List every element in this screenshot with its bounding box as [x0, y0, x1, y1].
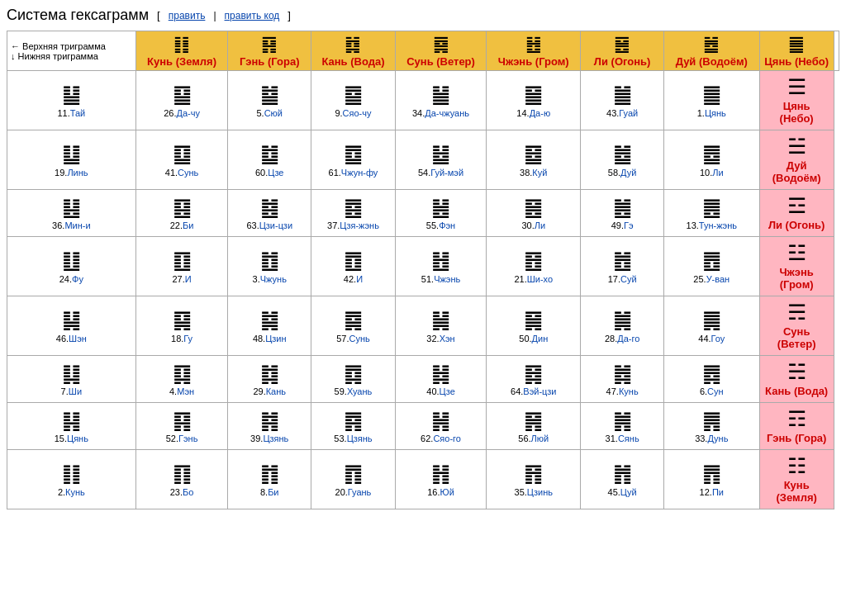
hex-num-r0-c2: 5.	[256, 108, 264, 118]
hex-name-link-r0-c0[interactable]: Тай	[70, 108, 86, 118]
hex-name-link-r7-c4[interactable]: Юй	[440, 487, 454, 497]
hex-symbol-r7-c4: ䷏	[397, 462, 484, 486]
hex-name-link-r3-c7[interactable]: У-ван	[706, 274, 730, 284]
hex-name-link-r3-c1[interactable]: И	[185, 274, 192, 284]
hex-num-r7-c0: 2.	[58, 487, 65, 497]
hex-name-link-r1-c3[interactable]: Чжун-фу	[341, 168, 378, 178]
hex-label-r4-c3: 57.Сунь	[313, 334, 393, 344]
hex-name-link-r6-c1[interactable]: Гэнь	[178, 434, 197, 443]
hex-name-link-r3-c2[interactable]: Чжунь	[260, 274, 287, 284]
hex-name-link-r0-c7[interactable]: Цянь	[705, 108, 726, 118]
hex-name-link-r1-c0[interactable]: Линь	[67, 168, 88, 178]
hex-label-r7-c4: 16.Юй	[397, 487, 484, 497]
hex-name-link-r1-c1[interactable]: Сунь	[178, 168, 198, 178]
hex-name-link-r5-c2[interactable]: Кань	[266, 386, 286, 396]
hex-name-link-r1-c5[interactable]: Куй	[532, 168, 547, 178]
hex-name-link-r5-c3[interactable]: Хуань	[347, 386, 372, 396]
hex-name-link-r0-c5[interactable]: Да-ю	[530, 108, 550, 118]
hex-label-r2-c0: 36.Мин-и	[9, 220, 134, 230]
right-trigram-label-2: ☲Ли (Огонь)	[759, 190, 834, 237]
cell-r6-c4: ䷽62.Сяо-го	[395, 403, 486, 450]
hex-label-r0-c2: 5.Сюй	[230, 108, 309, 118]
hex-name-link-r0-c1[interactable]: Да-чу	[176, 108, 199, 118]
hex-label-r4-c1: 18.Гу	[138, 334, 226, 344]
hex-name-link-r4-c7[interactable]: Гоу	[711, 334, 725, 344]
hex-name-link-r6-c0[interactable]: Цянь	[67, 434, 88, 443]
hex-label-r2-c4: 55.Фэн	[397, 220, 484, 230]
hex-name-link-r0-c4[interactable]: Да-чжуань	[425, 108, 469, 118]
hex-name-link-r5-c7[interactable]: Сун	[707, 386, 724, 396]
hex-name-link-r7-c5[interactable]: Цзинь	[527, 487, 553, 497]
hex-name-link-r2-c0[interactable]: Мин-и	[64, 220, 90, 230]
hex-name-link-r7-c7[interactable]: Пи	[712, 487, 724, 497]
hex-num-r2-c7: 13.	[687, 220, 699, 230]
hex-name-link-r2-c3[interactable]: Цзя-жэнь	[340, 220, 379, 230]
hex-label-r0-c7: 1.Цянь	[666, 108, 758, 118]
hex-name-link-r1-c2[interactable]: Цзе	[268, 168, 283, 178]
hex-name-link-r2-c1[interactable]: Би	[183, 220, 193, 230]
hex-name-link-r0-c3[interactable]: Сяо-чу	[343, 108, 372, 118]
hex-name-link-r4-c2[interactable]: Цзин	[265, 334, 286, 344]
hex-num-r5-c2: 29.	[253, 386, 265, 396]
edit-link-2[interactable]: править код	[225, 10, 280, 21]
hex-name-link-r4-c3[interactable]: Сунь	[349, 334, 369, 344]
hex-num-r1-c7: 10.	[700, 168, 712, 178]
hex-label-r5-c6: 47.Кунь	[582, 386, 662, 396]
hex-name-link-r5-c0[interactable]: Ши	[69, 386, 82, 396]
hex-symbol-r0-c4: ䷡	[397, 83, 484, 107]
cell-r0-c4: ䷡34.Да-чжуань	[395, 71, 486, 130]
hex-name-link-r3-c3[interactable]: И	[356, 274, 363, 284]
hex-name-link-r3-c0[interactable]: Фу	[72, 274, 83, 284]
hex-num-r4-c1: 18.	[171, 334, 183, 344]
hex-label-r3-c2: 3.Чжунь	[230, 274, 309, 284]
hex-name-link-r2-c6[interactable]: Гэ	[624, 220, 634, 230]
hex-name-link-r0-c6[interactable]: Гуай	[619, 108, 638, 118]
hex-num-r6-c3: 53.	[334, 434, 346, 443]
hex-name-link-r4-c1[interactable]: Гу	[183, 334, 192, 344]
hex-name-link-r7-c3[interactable]: Гуань	[348, 487, 372, 497]
hex-name-link-r4-c0[interactable]: Шэн	[69, 334, 87, 344]
hex-name-link-r3-c4[interactable]: Чжэнь	[434, 274, 460, 284]
hex-name-link-r1-c7[interactable]: Ли	[712, 168, 723, 178]
cell-r1-c7: ䷉10.Ли	[663, 130, 759, 190]
hex-name-link-r1-c4[interactable]: Гуй-мэй	[430, 168, 463, 178]
hex-name-link-r1-c6[interactable]: Дуй	[620, 168, 636, 178]
hex-symbol-r3-c7: ䷘	[666, 249, 758, 272]
hex-name-link-r6-c7[interactable]: Дунь	[707, 434, 728, 443]
hex-name-link-r7-c6[interactable]: Цуй	[620, 487, 637, 497]
hex-name-link-r7-c2[interactable]: Би	[268, 487, 278, 497]
edit-link-1[interactable]: править	[169, 10, 206, 21]
hex-name-link-r2-c4[interactable]: Фэн	[439, 220, 455, 230]
hex-name-link-r4-c5[interactable]: Дин	[532, 334, 549, 344]
col-header-symbol-7: ䷀	[762, 34, 832, 55]
hex-name-link-r5-c4[interactable]: Цзе	[440, 386, 455, 396]
hex-name-link-r2-c2[interactable]: Цзи-цзи	[259, 220, 292, 230]
hex-name-link-r5-c5[interactable]: Вэй-цзи	[523, 386, 556, 396]
cell-r3-c5: ䷔21.Ши-хо	[487, 237, 581, 296]
hex-num-r3-c7: 25.	[693, 274, 706, 284]
hex-name-link-r2-c5[interactable]: Ли	[535, 220, 545, 230]
hex-symbol-r5-c1: ䷃	[138, 362, 226, 386]
hex-name-link-r3-c5[interactable]: Ши-хо	[527, 274, 553, 284]
cell-r2-c4: ䷶55.Фэн	[395, 190, 486, 237]
hex-name-link-r3-c6[interactable]: Суй	[620, 274, 637, 284]
hex-name-link-r7-c0[interactable]: Кунь	[65, 487, 85, 497]
hex-name-link-r0-c2[interactable]: Сюй	[264, 108, 283, 118]
hex-name-link-r2-c7[interactable]: Тун-жэнь	[699, 220, 737, 230]
hex-name-link-r6-c3[interactable]: Цзянь	[347, 434, 373, 443]
hex-label-r6-c1: 52.Гэнь	[138, 434, 226, 443]
cell-r4-c0: ䷭46.Шэн	[7, 296, 136, 356]
cell-r6-c5: ䷷56.Люй	[487, 403, 581, 450]
right-trigram-symbol-0: ☰	[765, 76, 829, 97]
hex-name-link-r6-c2[interactable]: Цзянь	[263, 434, 288, 443]
hex-name-link-r5-c1[interactable]: Мэн	[177, 386, 194, 396]
hex-name-link-r4-c6[interactable]: Да-го	[617, 334, 639, 344]
hex-name-link-r6-c6[interactable]: Сянь	[618, 434, 639, 443]
hex-name-link-r6-c4[interactable]: Сяо-го	[433, 434, 461, 443]
hex-name-link-r4-c4[interactable]: Хэн	[440, 334, 455, 344]
hex-name-link-r5-c6[interactable]: Кунь	[619, 386, 639, 396]
hex-name-link-r6-c5[interactable]: Люй	[531, 434, 549, 443]
col-header-name-7: Цянь (Небо)	[764, 55, 829, 68]
right-trigram-label-7: ☷Кунь (Земля)	[759, 450, 834, 509]
hex-name-link-r7-c1[interactable]: Бо	[183, 487, 193, 497]
